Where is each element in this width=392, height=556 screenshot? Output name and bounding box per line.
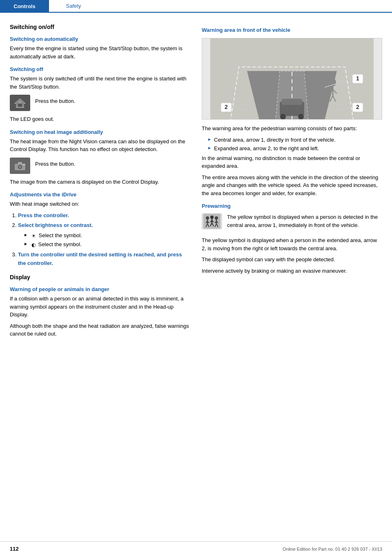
svg-text:1: 1 — [356, 75, 359, 82]
warning-people-body1: If a collision with a person or an anima… — [10, 295, 189, 319]
nav-controls-label: Controls — [13, 3, 35, 9]
main-content: Switching on/off Switching on automatica… — [0, 13, 392, 349]
nav-controls-tab[interactable]: Controls — [0, 0, 49, 13]
left-column: Switching on/off Switching on automatica… — [10, 21, 189, 341]
switching-on-auto-title: Switching on automatically — [10, 36, 189, 42]
adjustments-intro: With heat image switched on: — [10, 200, 189, 208]
right-column: Warning area in front of the vehicle — [202, 21, 382, 341]
switching-off-body: The system is only switched off until th… — [10, 75, 189, 91]
svg-text:2: 2 — [225, 104, 228, 110]
adjustments-title: Adjustments via the iDrive — [10, 191, 189, 198]
warning-area-list: Central area, arrow 1, directly in front… — [202, 136, 382, 153]
switching-on-auto-body: Every time the engine is started using t… — [10, 44, 189, 60]
prewarning-body3: Intervene actively by braking or making … — [202, 267, 382, 275]
switching-off-title: Switching off — [10, 66, 189, 72]
switching-off-button-label: Press the button. — [35, 97, 75, 105]
display-title: Display — [10, 274, 189, 280]
svg-rect-10 — [23, 164, 25, 165]
warning-area-body2: In the animal warning, no distinction is… — [202, 154, 382, 170]
svg-point-42 — [210, 216, 214, 219]
prewarning-body1: The yellow symbol is displayed when a pe… — [202, 236, 382, 252]
svg-point-19 — [298, 114, 304, 120]
warning-people-body2: Although both the shape and the heat rad… — [10, 322, 189, 338]
prewarning-body2: The displayed symbol can vary with the p… — [202, 256, 382, 264]
heat-after-button: The image from the camera is displayed o… — [10, 178, 189, 186]
heat-button-row: Press the button. — [10, 158, 189, 174]
heat-camera-button-icon — [10, 158, 30, 174]
house-icon — [14, 98, 26, 108]
switching-off-button-icon — [10, 95, 30, 111]
svg-point-8 — [19, 166, 21, 168]
footer-edition-text: Online Edition for Part no. 01 40 2 926 … — [283, 547, 382, 552]
adjust-step-1: Press the controller. — [18, 211, 189, 220]
sun-icon — [31, 232, 36, 240]
warning-area-item-1: Central area, arrow 1, directly in front… — [208, 136, 382, 144]
heat-button-label: Press the button. — [35, 160, 75, 168]
adjustments-list: Press the controller. Select brightness … — [10, 211, 189, 268]
nav-safety-label: Safety — [66, 3, 81, 9]
nav-safety-tab[interactable]: Safety — [49, 0, 98, 13]
prewarning-title: Prewarning — [202, 203, 382, 209]
switching-off-led-text: The LED goes out. — [10, 115, 189, 123]
svg-point-48 — [215, 216, 218, 220]
warning-area-body3: The entire area moves along with the veh… — [202, 173, 382, 198]
adjust-step-3: Turn the controller until the desired se… — [18, 251, 189, 268]
camera-icon — [14, 160, 26, 171]
page-number: 112 — [10, 546, 19, 552]
svg-rect-4 — [18, 104, 22, 107]
svg-point-18 — [280, 114, 286, 120]
switching-on-heat-title: Switching on heat image additionally — [10, 129, 189, 135]
nav-right-spacer — [98, 0, 392, 13]
circle-half-icon — [31, 241, 36, 249]
warning-area-item-2: Expanded area, arrow 2, to the right and… — [208, 145, 382, 153]
warning-area-body1: The warning area for the pedestrian warn… — [202, 125, 382, 133]
warning-people-title: Warning of people or animals in danger — [10, 286, 189, 292]
svg-rect-17 — [282, 99, 302, 105]
main-title: Switching on/off — [10, 24, 189, 30]
svg-point-36 — [206, 216, 209, 220]
people-warning-icon — [203, 214, 220, 229]
top-navigation: Controls Safety — [0, 0, 392, 13]
road-diagram-svg: 1 2 2 — [202, 38, 382, 120]
prewarning-icon-text: The yellow symbol is displayed when a pe… — [227, 213, 382, 229]
prewarning-icon-box — [202, 213, 222, 229]
adjust-substeps: Select the symbol. Select the symbol. — [18, 231, 189, 249]
prewarning-icon-row: The yellow symbol is displayed when a pe… — [202, 213, 382, 232]
adjust-substep-2: Select the symbol. — [24, 240, 189, 249]
switching-on-heat-body: The heat image from the Night Vision cam… — [10, 138, 189, 153]
svg-text:2: 2 — [356, 104, 359, 110]
svg-rect-5 — [19, 101, 21, 103]
svg-rect-9 — [18, 162, 22, 164]
road-diagram-box: 1 2 2 — [202, 38, 382, 120]
adjust-step-2: Select brightness or contrast. Select th… — [18, 221, 189, 249]
adjust-substep-1: Select the symbol. — [24, 231, 189, 240]
warning-area-title: Warning area in front of the vehicle — [202, 27, 382, 33]
bottom-bar: 112 Online Edition for Part no. 01 40 2 … — [0, 541, 392, 556]
switching-off-button-row: Press the button. — [10, 95, 189, 111]
